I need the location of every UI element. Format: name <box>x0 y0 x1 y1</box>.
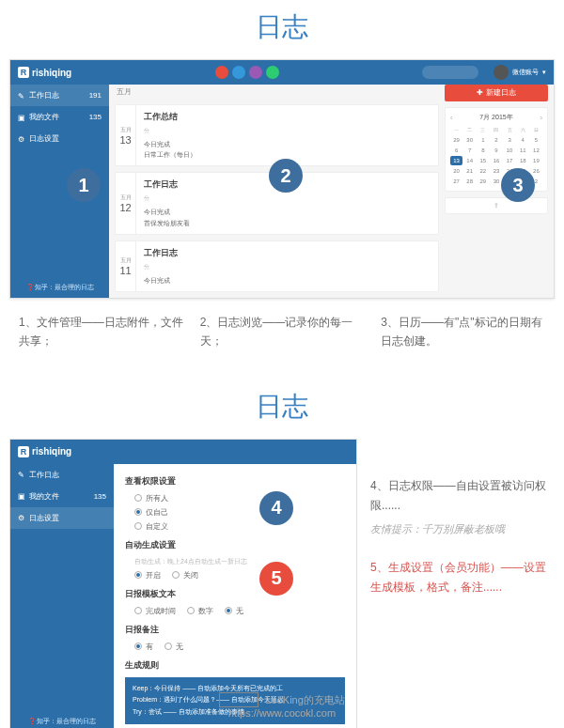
radio-time[interactable]: 完成时间 <box>134 606 176 616</box>
logo-text: rishiqing <box>32 68 71 78</box>
sidebar-count: 135 <box>89 113 102 121</box>
tmpl-options: 完成时间 数字 无 <box>125 606 345 616</box>
settings-panel: 查看权限设置 所有人 仅自己 自定义 自动生成设置 自动生成：晚上24点自动生成… <box>114 440 356 728</box>
folder-icon: ▣ <box>18 114 25 121</box>
sidebar-label: 我的文件 <box>29 112 59 122</box>
perm-title: 查看权限设置 <box>125 475 345 488</box>
badge-5: 5 <box>259 562 293 596</box>
radio-off[interactable]: 关闭 <box>172 570 198 581</box>
entry-date: 五月11 <box>116 241 136 291</box>
sidebar-item-settings[interactable]: ⚙日志设置 <box>10 128 109 149</box>
back-top-button[interactable]: ⇧ <box>445 197 548 214</box>
entry-text: 今日完成 <box>144 139 431 149</box>
remark-options: 有 无 <box>125 642 345 652</box>
header-icons <box>215 66 279 79</box>
watermark-name: LeoKing的充电站 <box>265 694 344 705</box>
logo[interactable]: R rishiqing <box>18 446 71 457</box>
entry-title: 工作日志 <box>144 247 431 259</box>
tmpl-title: 日报模板文本 <box>125 588 345 600</box>
sidebar-label: 日志设置 <box>29 133 59 144</box>
folder-icon: ▣ <box>18 492 25 500</box>
sidebar-item-journal[interactable]: ✎工作日志 191 <box>10 85 109 106</box>
auto-options: 开启 关闭 <box>125 570 345 581</box>
caption-3: 3、日历——有"点"标记的日期有日志创建。 <box>381 313 545 351</box>
badge-1: 1 <box>67 168 101 202</box>
entry-sub: 分 <box>144 194 431 203</box>
logo[interactable]: R rishiqing <box>18 67 71 78</box>
app-screenshot-1: R rishiqing 微信账号 ▾ ✎工作日志 191 ▣我的文 <box>9 59 555 299</box>
app-header: R rishiqing 微信账号 ▾ <box>10 60 554 85</box>
perm-options: 所有人 仅自己 自定义 <box>125 493 345 532</box>
auto-hint: 自动生成：晚上24点自动生成一新日志 <box>134 557 345 566</box>
logo-text: rishiqing <box>32 446 71 457</box>
app-screenshot-2: R rishiqing ✎工作日志 ▣我的文件 135 ⚙日志设置 ❓知乎：最合… <box>9 439 357 728</box>
sidebar: ✎工作日志 ▣我的文件 135 ⚙日志设置 ❓知乎：最合理的日志 <box>10 440 114 728</box>
entry-sub: 分 <box>144 263 431 271</box>
chevron-down-icon: ▾ <box>542 69 546 76</box>
cal-next-icon[interactable]: › <box>540 115 542 121</box>
captions: 1、文件管理——日志附件，文件共享； 2、日志浏览——记录你的每一天； 3、日历… <box>19 313 545 351</box>
nav-icon-2[interactable] <box>232 66 245 79</box>
app-header: R rishiqing <box>10 440 356 464</box>
sidebar-item-journal[interactable]: ✎工作日志 <box>10 464 114 486</box>
caption-5: 5、生成设置（会员功能）——设置生成模板，格式，备注...... <box>370 558 555 598</box>
gen-title: 生成规则 <box>125 659 345 672</box>
radio-none[interactable]: 无 <box>225 606 243 616</box>
radio-custom[interactable]: 自定义 <box>134 521 345 532</box>
sidebar-item-files[interactable]: ▣我的文件 135 <box>10 106 109 128</box>
caption-2: 2、日志浏览——记录你的每一天； <box>200 313 365 351</box>
pencil-icon: ✎ <box>18 471 25 478</box>
avatar <box>494 65 509 80</box>
entry-date: 五月12 <box>116 173 136 233</box>
caption-1: 1、文件管理——日志附件，文件共享； <box>19 313 183 351</box>
journal-entry[interactable]: 五月11 工作日志 分 今日完成 <box>115 240 439 292</box>
remark-title: 日报备注 <box>125 624 345 636</box>
sidebar-tip[interactable]: ❓知乎：最合理的日志 <box>10 283 109 292</box>
cal-month: 7月 2015年 <box>479 113 512 122</box>
nav-icon-3[interactable] <box>249 66 262 79</box>
radio-no[interactable]: 无 <box>164 642 183 652</box>
entry-title: 工作总结 <box>144 111 431 123</box>
radio-number[interactable]: 数字 <box>187 606 213 616</box>
sidebar-item-files[interactable]: ▣我的文件 135 <box>10 486 114 507</box>
gear-icon: ⚙ <box>18 135 25 143</box>
section-title: 日志 <box>0 379 564 439</box>
caption-4: 4、日志权限——自由设置被访问权限...... <box>370 476 555 517</box>
badge-2: 2 <box>269 159 303 193</box>
sidebar-count: 191 <box>89 91 102 100</box>
sidebar-label: 工作日志 <box>29 90 59 101</box>
pencil-icon: ✎ <box>18 92 25 100</box>
entry-text: 今日完成 <box>144 207 431 217</box>
badge-4: 4 <box>259 491 293 525</box>
gear-icon: ⚙ <box>18 514 25 521</box>
watermark-box <box>219 692 258 707</box>
badge-3: 3 <box>501 168 535 202</box>
entry-sub: 分 <box>144 127 431 135</box>
caption-4-hint: 友情提示：千万别屏蔽老板哦 <box>370 520 555 539</box>
radio-yes[interactable]: 有 <box>134 642 153 652</box>
new-journal-button[interactable]: ✚ 新建日志 <box>445 85 548 101</box>
column-header: 五月 <box>115 85 439 99</box>
entry-text: 今日完成 <box>144 275 431 286</box>
watermark-url: https://www.cocokl.com <box>228 707 336 719</box>
nav-icon-1[interactable] <box>215 66 228 79</box>
user-name: 微信账号 <box>512 68 539 77</box>
radio-all[interactable]: 所有人 <box>134 493 345 503</box>
main-content: 五月 五月13 工作总结 分 今日完成 日常工作（每日） 五月12 工作日志 分 <box>109 60 554 298</box>
search-input[interactable] <box>422 66 478 79</box>
entry-text: 首保发给朋友看 <box>144 218 431 228</box>
right-captions: 4、日志权限——自由设置被访问权限...... 友情提示：千万别屏蔽老板哦 5、… <box>370 439 555 598</box>
section-title: 日志 <box>0 0 564 59</box>
radio-self[interactable]: 仅自己 <box>134 507 345 518</box>
logo-icon: R <box>18 446 29 457</box>
nav-icon-4[interactable] <box>266 66 279 79</box>
watermark: LeoKing的充电站 https://www.cocokl.com <box>0 692 564 719</box>
journal-entry[interactable]: 五月13 工作总结 分 今日完成 日常工作（每日） <box>115 104 439 166</box>
user-menu[interactable]: 微信账号 ▾ <box>494 65 546 80</box>
sidebar-item-settings[interactable]: ⚙日志设置 <box>10 507 114 529</box>
entry-date: 五月13 <box>116 105 136 165</box>
radio-on[interactable]: 开启 <box>134 570 161 581</box>
logo-icon: R <box>18 67 29 78</box>
cal-prev-icon[interactable]: ‹ <box>450 115 452 121</box>
auto-title: 自动生成设置 <box>125 539 345 551</box>
